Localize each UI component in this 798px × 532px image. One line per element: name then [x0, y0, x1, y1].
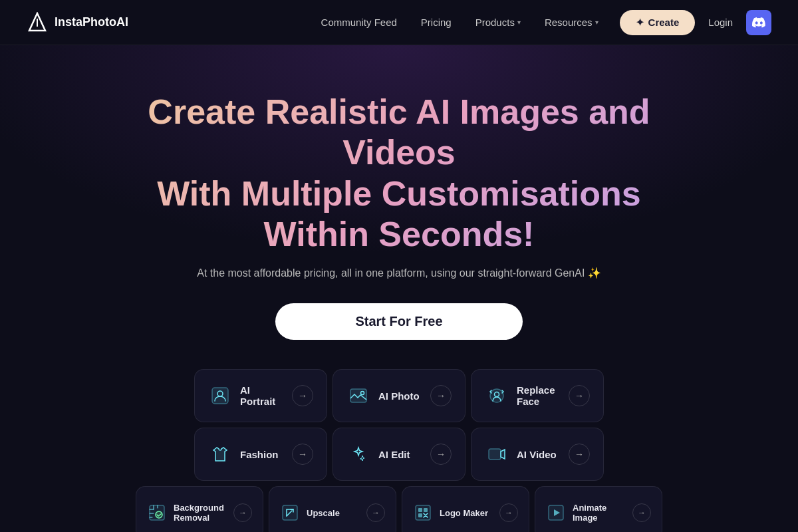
ai-portrait-label: AI Portrait	[240, 384, 284, 407]
navbar: InstaPhotoAI Community Feed Pricing Prod…	[0, 0, 798, 45]
hero-subtitle: At the most affordable pricing, all in o…	[197, 267, 601, 279]
products-chevron-icon: ▾	[517, 19, 521, 26]
replace-face-arrow[interactable]: →	[569, 385, 590, 406]
animate-image-arrow[interactable]: →	[632, 503, 651, 522]
ai-portrait-arrow[interactable]: →	[292, 385, 313, 406]
features-row-1: AI Portrait → AI Photo →	[194, 369, 604, 422]
svg-rect-15	[418, 513, 422, 517]
resources-chevron-icon: ▾	[595, 19, 598, 26]
svg-rect-8	[489, 449, 501, 460]
fashion-arrow[interactable]: →	[292, 444, 313, 465]
ai-portrait-icon	[208, 384, 232, 408]
upscale-arrow[interactable]: →	[366, 503, 385, 522]
logo-maker-icon	[413, 503, 433, 523]
ai-video-label: AI Video	[517, 449, 561, 460]
replace-face-label: Replace Face	[517, 384, 561, 407]
hero-section: Create Realistic AI Images and Videos Wi…	[0, 45, 798, 532]
bg-removal-arrow[interactable]: →	[233, 503, 252, 522]
ai-edit-label: AI Edit	[378, 449, 422, 460]
svg-rect-12	[416, 505, 430, 520]
svg-rect-14	[424, 508, 428, 512]
ai-edit-arrow[interactable]: →	[430, 444, 452, 465]
start-for-free-button[interactable]: Start For Free	[275, 303, 522, 340]
nav-community-feed[interactable]: Community Feed	[321, 17, 397, 28]
upscale-label: Upscale	[307, 508, 360, 518]
upscale-icon	[280, 503, 300, 523]
logo-text: InstaPhotoAI	[55, 15, 128, 29]
ai-photo-arrow[interactable]: →	[430, 385, 452, 406]
features-row-3: Background Removal → Upscale →	[136, 486, 662, 532]
logo[interactable]: InstaPhotoAI	[27, 12, 128, 33]
features-row-2: Fashion → AI Edit →	[194, 428, 604, 481]
feature-card-fashion[interactable]: Fashion →	[194, 428, 327, 481]
feature-card-ai-edit[interactable]: AI Edit →	[332, 428, 466, 481]
animate-image-label: Animate Image	[573, 503, 626, 523]
fashion-label: Fashion	[240, 449, 284, 460]
feature-card-upscale[interactable]: Upscale →	[269, 486, 396, 532]
feature-card-ai-video[interactable]: AI Video →	[471, 428, 604, 481]
animate-image-icon	[546, 503, 566, 523]
bg-removal-label: Background Removal	[174, 503, 227, 523]
discord-button[interactable]	[746, 10, 771, 35]
ai-edit-icon	[346, 442, 370, 466]
nav-resources[interactable]: Resources ▾	[545, 17, 598, 28]
ai-photo-icon	[346, 384, 370, 408]
ai-video-arrow[interactable]: →	[569, 444, 590, 465]
logo-maker-label: Logo Maker	[440, 508, 493, 518]
login-link[interactable]: Login	[708, 17, 733, 28]
hero-title: Create Realistic AI Images and Videos Wi…	[113, 92, 685, 255]
nav-pricing[interactable]: Pricing	[421, 17, 452, 28]
replace-face-icon	[485, 384, 509, 408]
feature-card-animate-image[interactable]: Animate Image →	[535, 486, 662, 532]
create-button[interactable]: ✦ Create	[620, 10, 696, 35]
sparkle-icon: ✦	[636, 17, 644, 29]
discord-icon	[752, 17, 765, 28]
feature-card-ai-portrait[interactable]: AI Portrait →	[194, 369, 327, 422]
feature-card-logo-maker[interactable]: Logo Maker →	[402, 486, 529, 532]
feature-card-bg-removal[interactable]: Background Removal →	[136, 486, 263, 532]
ai-photo-label: AI Photo	[378, 390, 422, 402]
bg-removal-icon	[147, 503, 167, 523]
ai-video-icon	[485, 442, 509, 466]
nav-links: Community Feed Pricing Products ▾ Resour…	[321, 17, 598, 28]
feature-card-ai-photo[interactable]: AI Photo →	[332, 369, 466, 422]
nav-products[interactable]: Products ▾	[475, 17, 521, 28]
feature-card-replace-face[interactable]: Replace Face →	[471, 369, 604, 422]
svg-rect-13	[418, 508, 422, 512]
logo-icon	[27, 12, 48, 33]
fashion-icon	[208, 442, 232, 466]
features-grid: AI Portrait → AI Photo →	[29, 369, 769, 532]
svg-point-6	[490, 389, 503, 402]
logo-maker-arrow[interactable]: →	[499, 503, 518, 522]
